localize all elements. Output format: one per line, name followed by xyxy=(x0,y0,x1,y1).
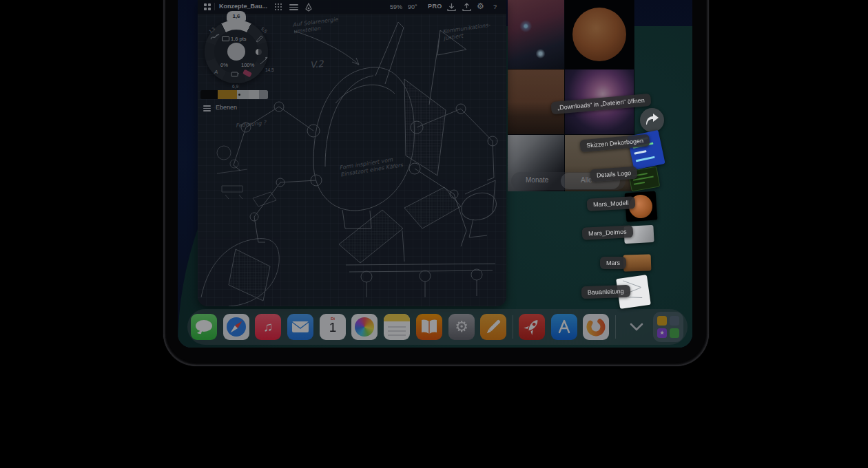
forward-arrow-icon xyxy=(640,108,664,132)
ipad-screen: Monate Alle xyxy=(178,0,692,348)
open-downloads-hint: „Downloads“ in „Dateien“ öffnen xyxy=(550,94,651,115)
thumb-mars[interactable] xyxy=(623,254,652,271)
label-mars[interactable]: Mars xyxy=(600,257,626,269)
label-mars-deimos[interactable]: Mars_Deimos xyxy=(582,225,633,240)
drag-share-badge xyxy=(640,108,664,132)
label-bauanleitung[interactable]: Bauanleitung xyxy=(581,285,630,299)
drag-drop-layer: „Downloads“ in „Dateien“ öffnen Skizzen … xyxy=(178,0,692,348)
label-mars-modell[interactable]: Mars_Modell xyxy=(587,196,635,211)
